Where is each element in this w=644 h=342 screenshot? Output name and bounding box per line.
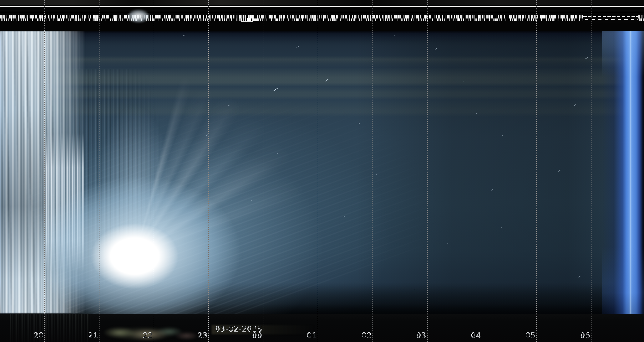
hour-label-03: 03 — [416, 331, 426, 339]
hour-label-06: 06 — [580, 331, 590, 339]
hour-label-05: 05 — [526, 331, 536, 339]
hour-label-00: 00 — [252, 331, 262, 339]
hour-label-01: 01 — [307, 331, 317, 339]
hour-label-04: 04 — [471, 331, 481, 339]
hour-label-23: 23 — [198, 331, 208, 339]
hour-label-22: 22 — [143, 331, 153, 339]
hour-label-21: 21 — [88, 331, 98, 339]
keogram-image: 03-02-2026 2021222300010203040506 — [0, 0, 644, 342]
hour-label-20: 20 — [34, 331, 44, 339]
time-axis-labels-layer: 03-02-2026 2021222300010203040506 — [0, 0, 644, 342]
hour-label-02: 02 — [362, 331, 372, 339]
